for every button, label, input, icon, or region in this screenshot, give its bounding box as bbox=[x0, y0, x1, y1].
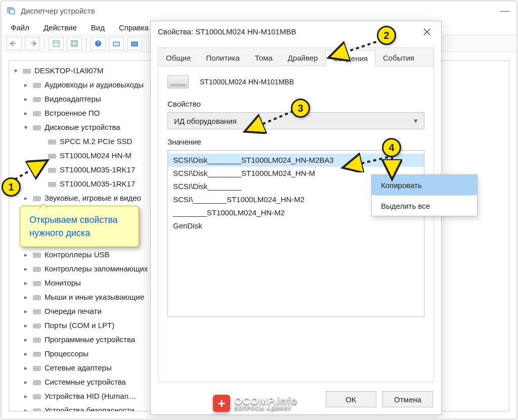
minimize-button[interactable]: — bbox=[500, 6, 509, 16]
twisty[interactable]: ▸ bbox=[22, 318, 29, 333]
display-icon bbox=[32, 95, 41, 104]
svg-rect-41 bbox=[34, 283, 39, 285]
audio-icon bbox=[32, 80, 41, 89]
watermark-subtitle: ВОПРОСЫ АДМИНУ bbox=[234, 406, 297, 411]
tree-label: Контроллеры запоминающих bbox=[45, 262, 148, 276]
annotation-badge-3: 3 bbox=[291, 99, 310, 118]
pc-icon bbox=[7, 6, 16, 15]
tab-5[interactable]: События bbox=[375, 50, 422, 66]
firmware-icon bbox=[32, 109, 41, 118]
context-menu: Копировать Выделить все bbox=[371, 174, 478, 216]
dlg-title: Свойства: ST1000LM024 HN-M101MBB bbox=[158, 27, 296, 36]
watermark-brand: OCOMP bbox=[234, 395, 274, 406]
dlg-titlebar[interactable]: Свойства: ST1000LM024 HN-M101MBB bbox=[151, 21, 441, 41]
tree-label: Мыши и иные указывающие bbox=[45, 290, 144, 304]
drive-icon bbox=[167, 75, 189, 88]
twisty[interactable]: ▸ bbox=[22, 248, 29, 262]
tb-sep bbox=[44, 38, 45, 49]
twisty[interactable]: ▸ bbox=[22, 403, 29, 411]
svg-rect-27 bbox=[50, 183, 55, 185]
svg-rect-47 bbox=[34, 325, 39, 327]
tb-refresh[interactable] bbox=[67, 37, 82, 50]
twisty[interactable]: ▾ bbox=[12, 64, 19, 78]
ctx-select-all[interactable]: Выделить все bbox=[372, 196, 477, 216]
mouse-icon bbox=[32, 293, 41, 302]
twisty[interactable]: ▸ bbox=[22, 78, 29, 92]
device-name: ST1000LM024 HN-M101MBB bbox=[200, 78, 294, 86]
ok-button[interactable]: OK bbox=[326, 391, 376, 407]
svg-rect-55 bbox=[34, 382, 39, 384]
twisty[interactable]: ▸ bbox=[22, 276, 29, 290]
tab-0[interactable]: Общие bbox=[158, 50, 198, 66]
dm-title: Диспетчер устройств bbox=[21, 7, 95, 15]
value-row[interactable]: SCSI\Disk________ST1000LM024_HN-M2BA3 bbox=[168, 154, 424, 167]
tree-label: Порты (COM и LPT) bbox=[45, 318, 114, 333]
tb-help[interactable]: ? bbox=[91, 37, 106, 50]
tree-label: Встроенное ПО bbox=[45, 106, 100, 120]
disk-icon bbox=[32, 123, 41, 132]
software-icon bbox=[32, 335, 41, 344]
menu-view[interactable]: Вид bbox=[91, 23, 105, 32]
tb-scan[interactable] bbox=[109, 37, 124, 50]
twisty[interactable]: ▸ bbox=[22, 347, 29, 361]
tb-fwd[interactable] bbox=[25, 37, 40, 50]
twisty[interactable]: ▸ bbox=[22, 106, 29, 120]
tree-label: ST1000LM035-1RK17 bbox=[60, 163, 135, 177]
svg-rect-21 bbox=[50, 141, 55, 143]
svg-rect-8 bbox=[113, 42, 119, 46]
svg-rect-9 bbox=[132, 42, 138, 46]
svg-rect-19 bbox=[34, 127, 39, 129]
chevron-down-icon: ▾ bbox=[414, 116, 418, 125]
tab-1[interactable]: Политика bbox=[198, 50, 247, 66]
tree-label: Устройства HID (Human… bbox=[45, 389, 136, 403]
tree-label: Сетевые адаптеры bbox=[45, 361, 112, 375]
svg-rect-1 bbox=[10, 9, 15, 14]
tab-4[interactable]: Сведения bbox=[325, 50, 375, 66]
twisty[interactable]: ▸ bbox=[22, 290, 29, 304]
svg-rect-45 bbox=[34, 311, 39, 313]
tree-label: Программные устройства bbox=[45, 333, 135, 347]
tb-props[interactable] bbox=[49, 37, 64, 50]
computer-icon bbox=[22, 66, 31, 75]
tree-label: Видеоадаптеры bbox=[45, 92, 101, 106]
svg-rect-13 bbox=[34, 84, 39, 86]
watermark-suffix: .info bbox=[274, 395, 297, 406]
twisty[interactable]: ▸ bbox=[22, 262, 29, 276]
tree-label: Устройства безопасности bbox=[45, 403, 134, 411]
twisty[interactable]: ▸ bbox=[22, 304, 29, 318]
tree-label: SPCC M.2 PCIe SSD bbox=[60, 134, 132, 149]
disk-icon bbox=[48, 179, 57, 189]
svg-rect-2 bbox=[53, 40, 59, 46]
close-button[interactable] bbox=[418, 24, 436, 39]
svg-rect-5 bbox=[72, 41, 76, 45]
tree-label: DESKTOP-I1A907M bbox=[34, 64, 103, 78]
tb-more[interactable] bbox=[127, 37, 142, 50]
svg-rect-23 bbox=[50, 155, 55, 157]
tb-back[interactable] bbox=[7, 37, 22, 50]
port-icon bbox=[32, 321, 41, 330]
menu-file[interactable]: Файл bbox=[11, 23, 29, 32]
storage-icon bbox=[32, 264, 41, 273]
twisty[interactable]: ▸ bbox=[22, 191, 29, 205]
tab-3[interactable]: Драйвер bbox=[280, 50, 326, 66]
twisty[interactable]: ▸ bbox=[22, 333, 29, 347]
tab-2[interactable]: Тома bbox=[247, 50, 280, 66]
menu-action[interactable]: Действие bbox=[44, 23, 77, 32]
twisty[interactable]: ▸ bbox=[22, 375, 29, 389]
menu-help[interactable]: Справка bbox=[119, 23, 149, 32]
ctx-copy[interactable]: Копировать bbox=[372, 175, 477, 195]
plus-icon: + bbox=[213, 395, 230, 412]
tree-label: Контроллеры USB bbox=[45, 248, 110, 262]
twisty[interactable]: ▸ bbox=[22, 361, 29, 375]
usb-icon bbox=[32, 250, 41, 259]
cancel-button[interactable]: Отмена bbox=[382, 391, 433, 407]
tb-sep bbox=[86, 38, 87, 49]
monitor-icon bbox=[32, 278, 41, 288]
dm-titlebar: Диспетчер устройств — bbox=[2, 2, 516, 20]
twisty[interactable]: ▾ bbox=[22, 120, 29, 134]
tree-label: ST1000LM035-1RK17 bbox=[60, 177, 135, 191]
twisty[interactable]: ▸ bbox=[22, 389, 29, 403]
tree-label: Системные устройства bbox=[45, 375, 126, 389]
twisty[interactable]: ▸ bbox=[22, 92, 29, 106]
value-row[interactable]: GenDisk bbox=[168, 219, 424, 232]
